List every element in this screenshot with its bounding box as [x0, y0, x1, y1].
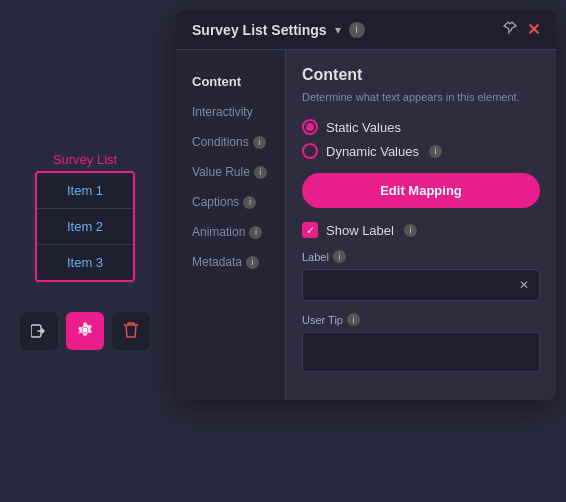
radio-dynamic-values[interactable]: Dynamic Values i [302, 143, 540, 159]
content-section-title: Content [302, 66, 540, 84]
modal-header: Survey List Settings ▾ i ✕ [176, 10, 556, 50]
nav-label-content: Content [192, 74, 241, 89]
conditions-info-badge[interactable]: i [253, 136, 266, 149]
label-field-info-badge[interactable]: i [333, 250, 346, 263]
modal: Survey List Settings ▾ i ✕ Content [176, 10, 556, 400]
nav-item-metadata[interactable]: Metadata i [176, 247, 285, 277]
nav-label-value-rule: Value Rule [192, 165, 250, 179]
survey-list-box: Item 1 Item 2 Item 3 [35, 171, 135, 282]
survey-list-label: Survey List [53, 152, 117, 167]
value-rule-info-badge[interactable]: i [254, 166, 267, 179]
app-screen: Survey List Item 1 Item 2 Item 3 [0, 0, 566, 502]
settings-button[interactable] [66, 312, 104, 350]
nav-item-captions[interactable]: Captions i [176, 187, 285, 217]
user-tip-field-label: User Tip i [302, 313, 540, 326]
close-icon[interactable]: ✕ [527, 20, 540, 39]
radio-static-values[interactable]: Static Values [302, 119, 540, 135]
content-description: Determine what text appears in this elem… [302, 90, 540, 105]
animation-info-badge[interactable]: i [249, 226, 262, 239]
radio-circle-dynamic [302, 143, 318, 159]
exit-icon [31, 324, 47, 338]
survey-item-3[interactable]: Item 3 [37, 245, 133, 280]
gear-icon [76, 321, 94, 342]
modal-nav: Content Interactivity Conditions i Value… [176, 50, 286, 400]
label-field-label: Label i [302, 250, 540, 263]
show-label-info-badge[interactable]: i [404, 224, 417, 237]
nav-item-conditions[interactable]: Conditions i [176, 127, 285, 157]
trash-icon [123, 321, 139, 342]
user-tip-info-badge[interactable]: i [347, 313, 360, 326]
nav-label-conditions: Conditions [192, 135, 249, 149]
action-buttons [20, 312, 150, 350]
radio-group: Static Values Dynamic Values i [302, 119, 540, 159]
nav-label-captions: Captions [192, 195, 239, 209]
nav-item-animation[interactable]: Animation i [176, 217, 285, 247]
modal-title-area: Survey List Settings ▾ i [192, 22, 365, 38]
modal-title: Survey List Settings [192, 22, 327, 38]
captions-info-badge[interactable]: i [243, 196, 256, 209]
label-field-group: Label i ✕ [302, 250, 540, 301]
nav-label-animation: Animation [192, 225, 245, 239]
nav-item-interactivity[interactable]: Interactivity [176, 97, 285, 127]
edit-mapping-button[interactable]: Edit Mapping [302, 173, 540, 208]
user-tip-field-group: User Tip i [302, 313, 540, 372]
radio-label-dynamic: Dynamic Values [326, 144, 419, 159]
survey-item-2[interactable]: Item 2 [37, 209, 133, 245]
radio-circle-static [302, 119, 318, 135]
nav-item-content[interactable]: Content [176, 66, 285, 97]
left-panel: Survey List Item 1 Item 2 Item 3 [0, 0, 170, 502]
show-label-text: Show Label [326, 223, 394, 238]
label-input[interactable]: ✕ [302, 269, 540, 301]
label-input-clear[interactable]: ✕ [519, 278, 529, 292]
exit-button[interactable] [20, 312, 58, 350]
chevron-down-icon[interactable]: ▾ [335, 23, 341, 37]
survey-item-1[interactable]: Item 1 [37, 173, 133, 209]
metadata-info-badge[interactable]: i [246, 256, 259, 269]
show-label-checkbox[interactable]: ✓ [302, 222, 318, 238]
user-tip-input[interactable] [302, 332, 540, 372]
delete-button[interactable] [112, 312, 150, 350]
nav-label-interactivity: Interactivity [192, 105, 253, 119]
modal-info-badge[interactable]: i [349, 22, 365, 38]
modal-body: Content Interactivity Conditions i Value… [176, 50, 556, 400]
pin-icon[interactable] [503, 21, 517, 38]
radio-label-static: Static Values [326, 120, 401, 135]
modal-header-actions: ✕ [503, 20, 540, 39]
nav-label-metadata: Metadata [192, 255, 242, 269]
modal-content-area: Content Determine what text appears in t… [286, 50, 556, 400]
nav-item-value-rule[interactable]: Value Rule i [176, 157, 285, 187]
dynamic-values-info-badge[interactable]: i [429, 145, 442, 158]
show-label-checkbox-row[interactable]: ✓ Show Label i [302, 222, 540, 238]
